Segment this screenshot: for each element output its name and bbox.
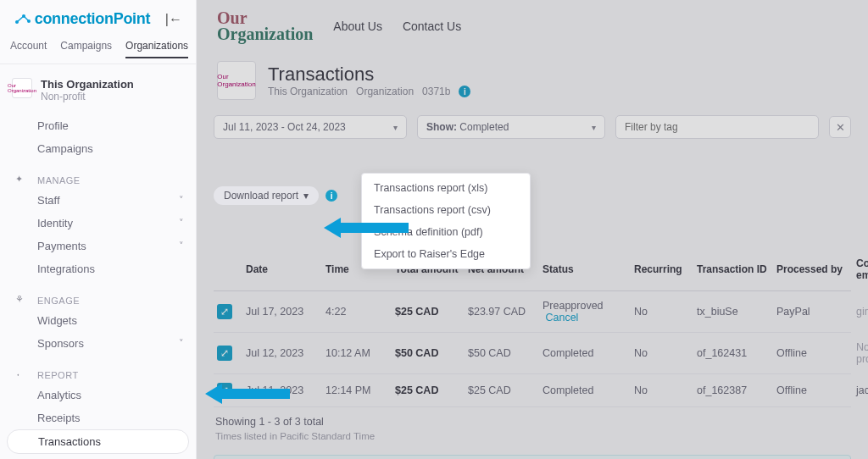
cell-total: $50 CAD — [395, 347, 461, 359]
chart-icon: ⬪ — [15, 368, 22, 379]
table-row: ⤢ Jul 12, 2023 10:12 AM $50 CAD $50 CAD … — [214, 333, 851, 374]
tab-campaigns[interactable]: Campaigns — [60, 40, 112, 58]
th-processed[interactable]: Processed by — [776, 263, 849, 275]
table-row: ⤢ Jul 11, 2023 12:14 PM $25 CAD $25 CAD … — [214, 374, 851, 407]
th-date[interactable]: Date — [246, 263, 319, 275]
topnav-contact[interactable]: Contact Us — [403, 19, 461, 33]
table-header-row: Date Time Total amount Net amount Status… — [214, 249, 851, 291]
site-top-nav: Our Organization About Us Contact Us — [197, 0, 868, 49]
cell-date: Jul 12, 2023 — [246, 347, 319, 359]
cell-recurring: No — [634, 306, 690, 318]
cell-time: 12:14 PM — [326, 384, 388, 396]
tab-organizations[interactable]: Organizations — [125, 40, 188, 58]
chevron-down-icon: ˅ — [179, 195, 184, 206]
annotation-arrow — [324, 215, 409, 241]
chevron-down-icon: ˅ — [179, 218, 184, 229]
cell-status: Preapproved Cancel — [542, 300, 627, 324]
nav-transactions[interactable]: Transactions — [7, 429, 189, 454]
people-icon: ⚘ — [15, 294, 25, 305]
page-avatar: Our Organization — [217, 61, 256, 100]
filter-tag-input[interactable] — [615, 115, 819, 139]
download-report-button[interactable]: Download report▾ — [214, 186, 319, 205]
table-row: ⤢ Jul 17, 2023 4:22 $25 CAD $23.97 CAD P… — [214, 291, 851, 333]
cell-txid: of_162387 — [697, 384, 770, 396]
info-icon[interactable]: i — [326, 190, 337, 202]
nav-head-engage: ⚘ ENGAGE — [0, 289, 196, 309]
tools-icon: ✦ — [15, 174, 24, 185]
cell-time: 4:22 — [326, 306, 388, 318]
info-callout: ⤢ See ALL the data Sometimes there is ju… — [214, 455, 851, 460]
nav-head-manage: ✦ MANAGE — [0, 169, 196, 189]
nav-receipts[interactable]: Receipts — [0, 406, 196, 429]
cell-email: gina@cptest.me — [856, 306, 868, 318]
expand-row-icon[interactable]: ⤢ — [217, 304, 232, 319]
svg-marker-4 — [205, 384, 290, 404]
cell-status: Completed — [542, 347, 627, 359]
org-avatar: Our Organization — [12, 78, 32, 98]
menu-item-export-raisers-edge[interactable]: Export to Raiser's Edge — [362, 243, 530, 265]
page-title: Transactions — [268, 64, 470, 86]
cell-txid: tx_biuSe — [697, 306, 770, 318]
page-sub-type: Organization — [356, 86, 414, 97]
menu-item-transactions-xls[interactable]: Transactions report (xls) — [362, 177, 530, 199]
transactions-table: Date Time Total amount Net amount Status… — [197, 249, 868, 407]
tab-account[interactable]: Account — [10, 40, 47, 58]
nav-profile[interactable]: Profile — [0, 114, 196, 137]
page-sub-id: 0371b — [422, 86, 450, 97]
nav-widgets[interactable]: Widgets — [0, 309, 196, 332]
chevron-down-icon: ˅ — [179, 338, 184, 349]
org-brand: Our Organization — [217, 10, 313, 42]
cell-total: $25 CAD — [395, 384, 461, 396]
clear-tag-button[interactable]: ✕ — [829, 116, 851, 138]
cell-processed: Offline — [776, 384, 849, 396]
main-area: Our Organization About Us Contact Us Our… — [197, 0, 868, 459]
cell-net: $23.97 CAD — [468, 306, 536, 318]
cell-email: None provided — [856, 341, 868, 365]
nav-identity[interactable]: Identity˅ — [0, 212, 196, 235]
nav-sponsors[interactable]: Sponsors˅ — [0, 332, 196, 355]
nav-payments[interactable]: Payments˅ — [0, 235, 196, 257]
cell-status: Completed — [542, 384, 627, 396]
nav-analytics[interactable]: Analytics — [0, 384, 196, 406]
page-header: Our Organization Transactions This Organ… — [197, 49, 868, 108]
th-recurring[interactable]: Recurring — [634, 263, 690, 275]
context-tabs: Account Campaigns Organizations Enterpri… — [0, 35, 196, 64]
caret-down-icon: ▾ — [592, 123, 596, 132]
app-logo[interactable]: connectionPoint — [14, 10, 150, 28]
sidebar: connectionPoint |← Account Campaigns Org… — [0, 0, 197, 459]
caret-down-icon: ▾ — [303, 190, 309, 202]
cell-txid: of_162431 — [697, 347, 770, 359]
nav-integrations[interactable]: Integrations — [0, 257, 196, 280]
org-name: This Organization — [41, 78, 134, 91]
nav-head-report: ⬪ REPORT — [0, 363, 196, 384]
org-block: Our Organization This Organization Non-p… — [0, 64, 196, 111]
sidebar-collapse-icon[interactable]: |← — [165, 12, 182, 27]
cell-email: jackslack@cptest.me — [856, 384, 868, 396]
timezone-note: Times listed in Pacific Standard Time — [197, 431, 868, 450]
cell-recurring: No — [634, 347, 690, 359]
cell-total: $25 CAD — [395, 306, 461, 318]
info-icon[interactable]: i — [459, 86, 470, 97]
cell-time: 10:12 AM — [326, 347, 388, 359]
chevron-down-icon: ˅ — [179, 241, 184, 252]
th-status[interactable]: Status — [542, 263, 627, 275]
th-txid[interactable]: Transaction ID — [697, 263, 770, 275]
topnav-about[interactable]: About Us — [333, 19, 382, 33]
table-footer: Showing 1 - 3 of 3 total — [197, 407, 868, 431]
cell-processed: Offline — [776, 347, 849, 359]
cancel-link[interactable]: Cancel — [545, 312, 578, 324]
caret-down-icon: ▾ — [393, 123, 398, 132]
filter-bar: Jul 11, 2023 - Oct 24, 2023▾ Show: Compl… — [197, 108, 868, 142]
cell-date: Jul 17, 2023 — [246, 306, 319, 318]
annotation-arrow — [205, 381, 290, 406]
filter-status[interactable]: Show: Completed ▾ — [417, 115, 605, 139]
nav-campaigns[interactable]: Campaigns — [0, 137, 196, 160]
filter-date-range[interactable]: Jul 11, 2023 - Oct 24, 2023▾ — [214, 115, 407, 139]
expand-row-icon[interactable]: ⤢ — [217, 346, 232, 361]
nav-staff[interactable]: Staff˅ — [0, 189, 196, 212]
svg-marker-3 — [324, 218, 409, 238]
cell-net: $25 CAD — [468, 384, 536, 396]
th-email[interactable]: Contributor email i — [856, 257, 868, 282]
org-type: Non-profit — [41, 91, 134, 102]
cell-net: $50 CAD — [468, 347, 536, 359]
